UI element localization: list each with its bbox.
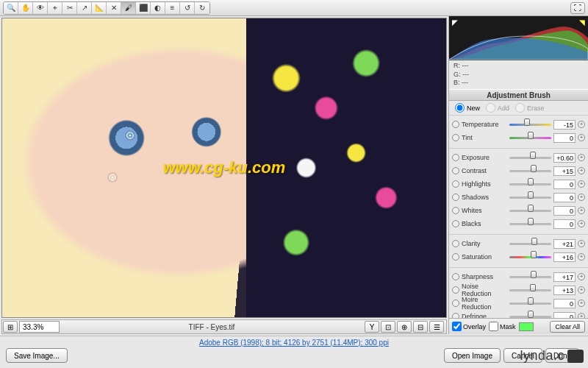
highlight-clip-icon[interactable]: ◥ [578, 18, 587, 26]
slider-toggle[interactable] [452, 286, 459, 294]
canvas-bar-button-0[interactable]: Y [365, 321, 379, 333]
shadow-clip-icon[interactable]: ◤ [451, 18, 459, 26]
slider-thumb[interactable] [531, 251, 537, 258]
slider-track[interactable] [509, 300, 551, 307]
overlay-toggle[interactable]: Overlay [452, 322, 486, 331]
slider-reset[interactable]: + [578, 154, 585, 161]
slider-toggle[interactable] [452, 253, 459, 261]
slider-reset[interactable]: + [578, 134, 585, 141]
tool-button-13[interactable]: ↻ [195, 2, 209, 14]
tool-button-3[interactable]: ⌖ [48, 2, 62, 14]
canvas-bar-button-1[interactable]: ⊡ [381, 321, 395, 333]
slider-toggle[interactable] [452, 167, 459, 174]
slider-thumb[interactable] [524, 118, 530, 126]
tool-button-0[interactable]: 🔍 [4, 2, 18, 14]
slider-value[interactable]: +15 [553, 166, 576, 176]
slider-track[interactable] [509, 154, 551, 161]
tool-button-5[interactable]: ↗ [77, 2, 92, 14]
mode-new[interactable]: New [455, 103, 480, 113]
image-canvas[interactable]: www.cg-ku.com [1, 18, 447, 318]
slider-thumb[interactable] [530, 284, 536, 291]
slider-thumb[interactable] [531, 165, 537, 172]
view-mode-button[interactable]: ⊞ [3, 321, 18, 333]
slider-thumb[interactable] [528, 132, 534, 139]
slider-thumb[interactable] [530, 152, 536, 159]
slider-track[interactable] [509, 180, 551, 188]
slider-thumb[interactable] [528, 218, 534, 225]
slider-track[interactable] [509, 207, 551, 214]
mode-new-radio[interactable] [455, 103, 465, 113]
slider-value[interactable]: +0.60 [553, 153, 576, 163]
slider-value[interactable]: 0 [553, 312, 576, 318]
canvas-bar-button-4[interactable]: ☰ [429, 321, 444, 333]
tool-button-6[interactable]: 📐 [92, 2, 107, 14]
slider-value[interactable]: +13 [553, 286, 576, 295]
save-image-button[interactable]: Save Image... [6, 348, 68, 363]
slider-thumb[interactable] [528, 311, 534, 318]
open-image-button[interactable]: Open Image [444, 348, 501, 363]
slider-value[interactable]: 0 [553, 219, 576, 229]
tool-button-1[interactable]: ✋ [18, 2, 33, 14]
tool-button-4[interactable]: ✂ [62, 2, 77, 14]
tool-button-2[interactable]: 👁 [33, 2, 48, 14]
slider-value[interactable]: -15 [553, 120, 576, 130]
slider-value[interactable]: 0 [553, 206, 576, 216]
slider-reset[interactable]: + [578, 313, 585, 318]
slider-value[interactable]: 0 [553, 193, 576, 202]
slider-track[interactable] [509, 240, 551, 247]
slider-value[interactable]: 0 [553, 299, 576, 308]
mask-toggle[interactable]: Mask [489, 322, 516, 331]
slider-thumb[interactable] [528, 191, 534, 199]
mask-color-swatch[interactable] [519, 322, 534, 331]
tool-button-7[interactable]: ✕ [107, 2, 121, 14]
slider-track[interactable] [509, 134, 551, 141]
slider-thumb[interactable] [528, 297, 534, 305]
slider-thumb[interactable] [531, 271, 537, 278]
slider-reset[interactable]: + [578, 180, 585, 188]
slider-track[interactable] [509, 194, 551, 201]
slider-track[interactable] [509, 253, 551, 261]
canvas-bar-button-3[interactable]: ⊟ [413, 321, 428, 333]
slider-track[interactable] [509, 313, 551, 318]
slider-thumb[interactable] [531, 238, 537, 245]
tool-button-10[interactable]: ◐ [151, 2, 165, 14]
slider-track[interactable] [509, 167, 551, 174]
slider-thumb[interactable] [528, 178, 534, 185]
slider-track[interactable] [509, 286, 551, 294]
tool-button-12[interactable]: ↺ [180, 2, 195, 14]
slider-toggle[interactable] [452, 154, 459, 161]
slider-value[interactable]: 0 [553, 133, 576, 143]
slider-toggle[interactable] [452, 313, 459, 318]
slider-reset[interactable]: + [578, 253, 585, 261]
mask-checkbox[interactable] [489, 322, 498, 331]
brush-pin[interactable] [109, 174, 116, 181]
slider-reset[interactable]: + [578, 286, 585, 294]
mode-erase[interactable]: Erase [515, 103, 545, 113]
slider-toggle[interactable] [452, 134, 459, 141]
slider-value[interactable]: 0 [553, 180, 576, 189]
slider-value[interactable]: +21 [553, 239, 576, 249]
slider-reset[interactable]: + [578, 220, 585, 227]
tool-button-11[interactable]: ≡ [165, 2, 180, 14]
slider-reset[interactable]: + [578, 121, 585, 128]
slider-toggle[interactable] [452, 220, 459, 227]
slider-track[interactable] [509, 121, 551, 128]
mode-add-radio[interactable] [486, 103, 495, 113]
slider-toggle[interactable] [452, 300, 459, 307]
zoom-level[interactable]: 33.3% [19, 321, 60, 333]
slider-reset[interactable]: + [578, 167, 585, 174]
overlay-checkbox[interactable] [452, 322, 462, 331]
slider-toggle[interactable] [452, 121, 459, 128]
clear-all-button[interactable]: Clear All [550, 321, 585, 333]
slider-reset[interactable]: + [578, 300, 585, 307]
slider-toggle[interactable] [452, 273, 459, 280]
canvas-bar-button-2[interactable]: ⊕ [397, 321, 412, 333]
mode-add[interactable]: Add [486, 103, 509, 113]
slider-toggle[interactable] [452, 240, 459, 247]
tool-button-9[interactable]: ⬛ [136, 2, 151, 14]
slider-track[interactable] [509, 273, 551, 280]
slider-toggle[interactable] [452, 180, 459, 188]
slider-reset[interactable]: + [578, 194, 585, 201]
slider-reset[interactable]: + [578, 207, 585, 214]
slider-toggle[interactable] [452, 207, 459, 214]
